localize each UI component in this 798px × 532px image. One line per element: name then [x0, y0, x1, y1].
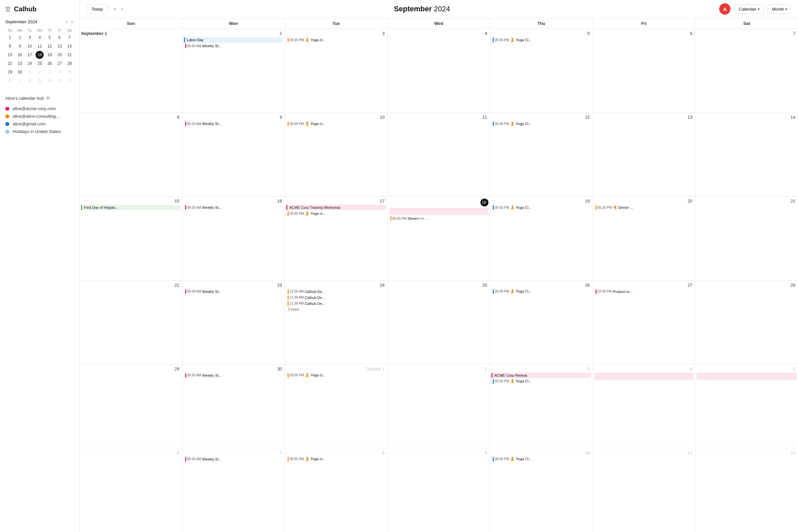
mini-cal-day[interactable]: 9 [36, 77, 43, 85]
calendar-cell[interactable]: 25 [388, 281, 491, 364]
mini-cal-day[interactable]: 9 [16, 42, 24, 50]
mini-cal-day[interactable]: 23 [16, 59, 24, 68]
calendar-cell[interactable]: 6 [80, 448, 183, 532]
calendar-item[interactable]: Holidays in United States [5, 128, 74, 135]
calendar-cell[interactable]: 2Labor Day09:30 AMWeekly St... [183, 29, 285, 112]
calendar-cell[interactable]: 1005:00 PM🧘 Yoga Cl... [490, 448, 593, 532]
mini-cal-day[interactable]: 5 [65, 68, 74, 76]
calendar-event[interactable]: 05:00 PM🧘 Yoga cl... [286, 121, 386, 126]
today-button[interactable]: Today [87, 4, 108, 14]
mini-cal-day[interactable]: 13 [56, 42, 63, 50]
mini-cal-day[interactable]: 3 [26, 34, 34, 41]
calendar-cell[interactable]: 505:00 PM🧘 Yoga Cl... [490, 29, 593, 112]
calendar-event[interactable]: 02:00 PMProduct re... [594, 289, 694, 294]
calendar-cell[interactable]: 7 [695, 29, 798, 112]
calendar-event[interactable]: 09:30 AMWeekly St... [184, 43, 284, 49]
calendar-cell[interactable]: 1005:00 PM🧘 Yoga cl... [285, 113, 388, 196]
calendar-cell[interactable]: 5. [695, 364, 798, 448]
calendar-cell[interactable]: 2309:30 AMWeekly St... [183, 281, 285, 364]
mini-cal-day[interactable]: 29 [6, 68, 14, 76]
calendar-cell[interactable]: 8 [80, 113, 183, 196]
calendar-event[interactable]: 11:00 AMCalhub De... [286, 289, 386, 294]
mini-cal-day[interactable]: 20 [56, 51, 63, 59]
calendar-cell[interactable]: 13 [593, 113, 696, 196]
calendar-item[interactable]: alice@alice-consulting.... [5, 112, 74, 120]
calendar-event[interactable]: 05:00 PM🧘 Yoga Cl... [491, 37, 591, 42]
calendar-event[interactable]: 05:00 PM🧘 Yoga cl... [286, 211, 386, 216]
calendar-cell[interactable]: 17ACME Corp Training Workshop05:00 PM🧘 Y… [285, 196, 388, 280]
calendar-event[interactable]: 09:30 AMWeekly St... [184, 289, 284, 294]
month-dropdown[interactable]: Month ▾ [768, 4, 791, 14]
calendar-cell[interactable]: 22 [80, 281, 183, 364]
mini-cal-day[interactable]: 26 [45, 59, 54, 68]
mini-cal-day[interactable]: 5 [45, 34, 54, 41]
spanning-event[interactable]: ACME Corp Training Workshop [286, 205, 386, 210]
mini-cal-day[interactable]: 12 [65, 77, 74, 85]
calendar-event[interactable]: 09:30 AMWeekly St... [184, 205, 284, 210]
mini-cal-day[interactable]: 6 [6, 77, 14, 85]
calendar-cell[interactable]: October 105:00 PM🧘 Yoga cl... [285, 364, 388, 448]
mini-cal-day[interactable]: 28 [65, 59, 74, 68]
calendar-dropdown[interactable]: Calendar ▾ [735, 4, 764, 14]
calendar-cell[interactable]: 29 [80, 364, 183, 448]
calendar-cell[interactable]: 2702:00 PMProduct re... [593, 281, 696, 364]
calendar-event[interactable]: 05:30 PM🍕 Dinner ... [594, 205, 694, 210]
mini-cal-day[interactable]: 1 [26, 68, 34, 76]
calendar-cell[interactable]: 11 [388, 113, 491, 196]
mini-cal-day[interactable]: 4 [36, 34, 43, 41]
calendar-event[interactable]: 09:30 AMWeekly St... [184, 121, 284, 126]
calendar-event[interactable]: 05:00 PM🧘 Yoga Cl... [491, 289, 591, 294]
calendar-event[interactable]: 11:30 AMCalhub De... [286, 301, 386, 306]
mini-cal-day[interactable]: 25 [36, 59, 43, 68]
calendar-event[interactable]: 09:30 AMWeekly St... [184, 373, 284, 378]
mini-cal-day[interactable]: 10 [45, 77, 54, 85]
calendar-cell[interactable]: 9 [388, 448, 491, 532]
mini-cal-day[interactable]: 8 [26, 77, 34, 85]
mini-cal-day[interactable]: 18 [36, 51, 43, 59]
mini-cal-day[interactable]: 19 [45, 51, 54, 59]
calendar-item[interactable]: alice@gmail.com [5, 120, 74, 128]
calendar-cell[interactable]: 3ACME Corp Retreat05:00 PM🧘 Yoga Cl... [490, 364, 593, 448]
prev-month-button[interactable]: ‹ [112, 5, 118, 13]
calendar-cell[interactable]: 4. [593, 364, 696, 448]
calendar-cell[interactable]: 28 [695, 281, 798, 364]
calendar-event[interactable]: 09:30 AMWeekly St... [184, 457, 284, 462]
mini-cal-day[interactable]: 11 [56, 77, 63, 85]
mini-cal-day[interactable]: 17 [26, 51, 34, 59]
calendar-event[interactable]: 11:00 AMCalhub De... [286, 295, 386, 300]
mini-cal-day[interactable]: 10 [26, 42, 34, 50]
mini-cal-day[interactable]: 21 [65, 51, 74, 59]
calendar-cell[interactable]: September 1 [80, 29, 183, 112]
calendar-cell[interactable]: 2 [388, 364, 491, 448]
calendar-cell[interactable]: 15First Day of Hispan... [80, 196, 183, 280]
mini-cal-day[interactable]: 12 [45, 42, 54, 50]
mini-cal-day[interactable]: 7 [65, 34, 74, 41]
calendar-event[interactable]: 05:00 PM🧘 Yoga Cl... [491, 457, 591, 462]
calendar-event[interactable]: 05:00 PM🧘 Yoga Cl... [491, 121, 591, 126]
calendar-cell[interactable]: 305:00 PM🧘 Yoga cl... [285, 29, 388, 112]
calendar-cell[interactable]: 21 [695, 196, 798, 280]
next-month-button[interactable]: › [119, 5, 125, 13]
more-events[interactable]: 3 more [286, 307, 386, 311]
calendar-cell[interactable]: 4 [388, 29, 491, 112]
calendar-cell[interactable]: 1609:30 AMWeekly St... [183, 196, 285, 280]
calendar-cell[interactable]: 709:30 AMWeekly St... [183, 448, 285, 532]
mini-cal-day[interactable]: 22 [6, 59, 14, 68]
calendar-cell[interactable]: 11 [593, 448, 696, 532]
calendar-cell[interactable]: 2411:00 AMCalhub De...11:00 AMCalhub De.… [285, 281, 388, 364]
calendar-cell[interactable]: 1205:00 PM🧘 Yoga Cl... [490, 113, 593, 196]
mini-cal-day[interactable]: 7 [16, 77, 24, 85]
calendar-cell[interactable]: 2005:30 PM🍕 Dinner ... [593, 196, 696, 280]
calendar-event[interactable]: 05:00 PM🧘 Yoga Cl... [491, 205, 591, 210]
mini-calendar-prev[interactable]: ‹ [64, 18, 69, 25]
calendar-cell[interactable]: 805:00 PM🧘 Yoga cl... [285, 448, 388, 532]
calendar-cell[interactable]: 1905:00 PM🧘 Yoga Cl... [490, 196, 593, 280]
mini-calendar-next[interactable]: › [70, 18, 74, 25]
user-avatar[interactable]: A [719, 3, 730, 15]
mini-cal-day[interactable]: 15 [6, 51, 14, 59]
calendar-cell[interactable]: 3009:30 AMWeekly St... [183, 364, 285, 448]
event-pill[interactable]: Labor Day [184, 37, 284, 42]
mini-cal-day[interactable]: 2 [16, 34, 24, 41]
mini-cal-day[interactable]: 6 [56, 34, 63, 41]
mini-cal-day[interactable]: 8 [6, 42, 14, 50]
